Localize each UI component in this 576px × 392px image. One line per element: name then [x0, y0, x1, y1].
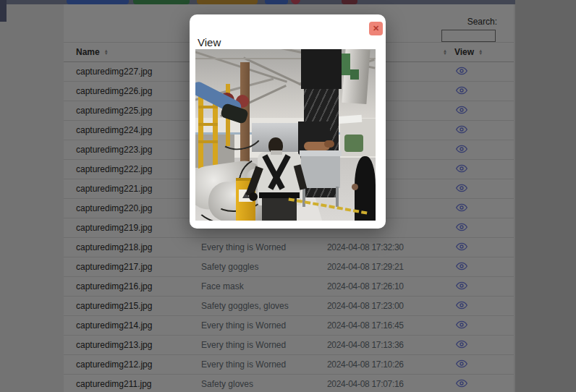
- worker-apron-lower: [262, 198, 297, 221]
- worker-glove: [249, 192, 258, 201]
- photo-copper-items: [324, 140, 334, 148]
- photo-yellow-frame: [198, 91, 203, 169]
- photo-tower-cap: [301, 49, 342, 89]
- photo-yellow-rung: [198, 140, 218, 143]
- photo-green-unit: [350, 69, 359, 80]
- worker-collar: [271, 150, 282, 155]
- photo-plants: [344, 135, 363, 152]
- photo-cart-top: [300, 150, 342, 156]
- close-icon[interactable]: ✕: [369, 22, 383, 35]
- photo-cart-body: [301, 156, 340, 188]
- view-modal: View ✕: [190, 14, 386, 229]
- photo-yellow-rung: [198, 123, 218, 126]
- photo-cart-leg: [336, 187, 339, 207]
- worker-apron-waist: [259, 192, 300, 198]
- modal-title: View: [198, 36, 221, 48]
- photo-cart-leg: [302, 187, 305, 207]
- photo-yellow-rung: [198, 106, 218, 108]
- modal-photo: [195, 49, 376, 221]
- photo-person-hand: [352, 184, 358, 190]
